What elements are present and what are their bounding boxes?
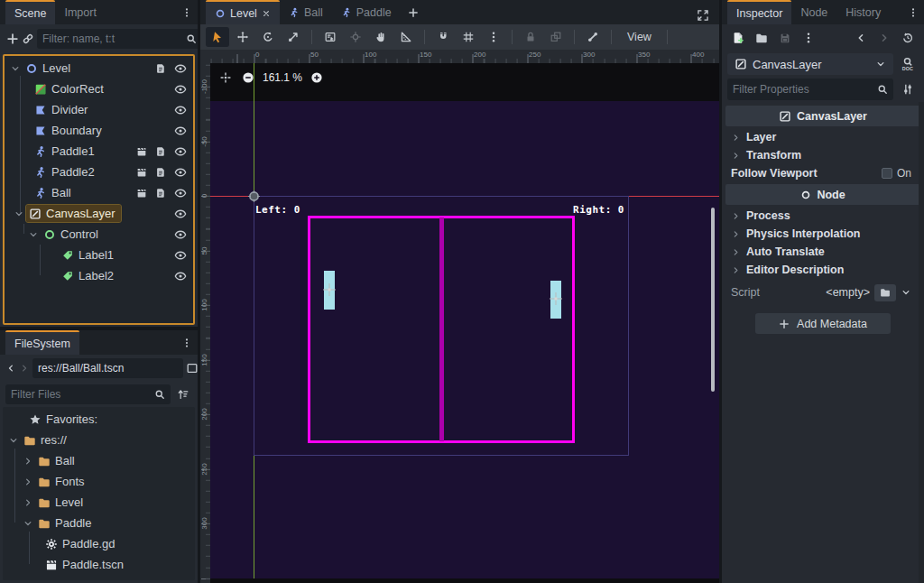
file-row[interactable]: Paddle.tscn: [3, 554, 195, 575]
property-group[interactable]: Physics Interpolation: [725, 225, 920, 243]
ruler-tool-button[interactable]: [394, 27, 418, 47]
class-category-header[interactable]: CanvasLayer: [725, 106, 920, 126]
scene-node-row[interactable]: Control: [5, 224, 193, 245]
instance-scene-button[interactable]: [22, 28, 34, 50]
add-node-button[interactable]: [6, 28, 19, 50]
instanced-scene-icon[interactable]: [136, 188, 147, 199]
selectable-list-button[interactable]: [319, 27, 342, 47]
inspector-scrollbar-track[interactable]: [919, 102, 924, 583]
smart-snap-button[interactable]: [431, 27, 455, 47]
fs-path-input[interactable]: [38, 362, 178, 375]
move-tool-button[interactable]: [231, 27, 254, 47]
paddle-left-gizmo[interactable]: [321, 282, 337, 298]
inspector-dock-tab[interactable]: Inspector: [727, 0, 791, 24]
visibility-toggle-icon[interactable]: [174, 166, 187, 179]
pan-tool-button[interactable]: [369, 27, 393, 47]
fs-forward-button[interactable]: [19, 357, 30, 379]
grid-snap-button[interactable]: [457, 27, 480, 47]
file-row[interactable]: Fonts: [3, 471, 195, 492]
lock-selected-button[interactable]: [519, 27, 542, 47]
visibility-toggle-icon[interactable]: [174, 104, 187, 116]
property-filter-input[interactable]: [733, 83, 873, 96]
pivot-tool-button[interactable]: [344, 27, 367, 47]
script-quickload-button[interactable]: [874, 284, 896, 301]
visibility-toggle-icon[interactable]: [174, 208, 187, 220]
expander-right-icon[interactable]: [23, 497, 33, 508]
object-history-button[interactable]: [897, 27, 919, 49]
scene-node-row[interactable]: Paddle2: [5, 162, 193, 182]
history-back-button[interactable]: [850, 27, 872, 49]
scene-node-row[interactable]: Label1: [5, 245, 193, 265]
instanced-scene-icon[interactable]: [136, 146, 147, 157]
visibility-toggle-icon[interactable]: [174, 270, 187, 282]
property-group[interactable]: Layer: [725, 128, 920, 146]
expander-right-icon[interactable]: [23, 456, 33, 467]
expander-right-icon[interactable]: [23, 477, 33, 487]
skeleton-options-button[interactable]: [581, 27, 605, 47]
vertical-ruler[interactable]: -100-50050100150200250300: [200, 63, 210, 583]
paddle-right-gizmo[interactable]: [548, 291, 564, 307]
fs-filter-input[interactable]: [11, 388, 151, 401]
scene-node-row[interactable]: Boundary: [5, 120, 193, 141]
horizontal-ruler[interactable]: 050100150200250300350400: [210, 50, 719, 63]
scene-panel-menu-icon[interactable]: [181, 7, 192, 18]
expander-down-icon[interactable]: [10, 63, 21, 74]
center-view-button[interactable]: [217, 69, 234, 86]
filesystem-tab[interactable]: FileSystem: [5, 330, 79, 355]
new-resource-button[interactable]: [727, 27, 749, 49]
distraction-free-button[interactable]: [692, 5, 714, 26]
property-group[interactable]: Editor Description: [725, 261, 920, 279]
scene-node-row[interactable]: Label2: [5, 265, 193, 286]
property-group[interactable]: Auto Translate: [725, 243, 920, 261]
add-metadata-button[interactable]: Add Metadata: [755, 313, 891, 334]
file-row[interactable]: res://: [3, 430, 195, 450]
inspector-menu-icon[interactable]: [908, 7, 919, 18]
scene-node-row[interactable]: CanvasLayer: [5, 203, 193, 224]
select-tool-button[interactable]: [206, 27, 229, 47]
file-row[interactable]: Level: [3, 492, 195, 513]
file-row[interactable]: Paddle.gd: [3, 533, 195, 554]
visibility-toggle-icon[interactable]: [174, 62, 187, 75]
scene-panel-tab[interactable]: Scene: [5, 0, 55, 24]
expander-down-icon[interactable]: [23, 518, 33, 529]
pong-divider[interactable]: [439, 217, 444, 441]
visibility-toggle-icon[interactable]: [174, 249, 187, 262]
scene-tab[interactable]: Paddle: [332, 0, 401, 24]
chevron-down-icon[interactable]: [901, 287, 911, 298]
score-right-label[interactable]: Right: 0: [573, 204, 624, 216]
zoom-in-button[interactable]: [310, 70, 324, 85]
script-badge-icon[interactable]: [155, 146, 166, 157]
open-docs-button[interactable]: [897, 53, 919, 75]
score-left-label[interactable]: Left: 0: [255, 204, 300, 216]
scene-node-row[interactable]: ColorRect: [5, 79, 193, 99]
load-resource-button[interactable]: [751, 27, 772, 49]
script-badge-icon[interactable]: [155, 167, 166, 178]
group-selected-button[interactable]: [544, 27, 568, 47]
fs-sort-button[interactable]: [174, 384, 192, 405]
inspector-dock-tab[interactable]: Node: [791, 0, 836, 24]
property-group[interactable]: Process: [725, 207, 920, 225]
node-selector[interactable]: CanvasLayer: [727, 53, 893, 75]
fs-back-button[interactable]: [5, 357, 16, 379]
file-row[interactable]: Ball: [3, 450, 195, 471]
property-group[interactable]: Transform: [725, 146, 920, 164]
node-category-header[interactable]: Node: [725, 184, 920, 205]
scene-node-row[interactable]: Level: [5, 58, 193, 79]
scene-filter-input[interactable]: [42, 32, 182, 45]
visibility-toggle-icon[interactable]: [174, 145, 187, 158]
filesystem-menu-icon[interactable]: [181, 338, 192, 348]
view-menu-button[interactable]: View: [618, 27, 661, 47]
visibility-toggle-icon[interactable]: [174, 187, 187, 199]
scene-node-row[interactable]: Paddle1: [5, 141, 193, 162]
scale-tool-button[interactable]: [282, 27, 305, 47]
fs-split-mode-button[interactable]: [186, 357, 199, 379]
scene-tab[interactable]: Ball: [280, 0, 332, 24]
scene-tab[interactable]: Level: [206, 0, 280, 24]
visibility-toggle-icon[interactable]: [174, 83, 187, 96]
expander-down-icon[interactable]: [28, 229, 39, 240]
visibility-toggle-icon[interactable]: [174, 125, 187, 137]
expander-down-icon[interactable]: [8, 435, 19, 446]
script-badge-icon[interactable]: [155, 188, 166, 199]
property-tools-button[interactable]: [897, 79, 919, 100]
save-resource-button[interactable]: [774, 27, 796, 49]
